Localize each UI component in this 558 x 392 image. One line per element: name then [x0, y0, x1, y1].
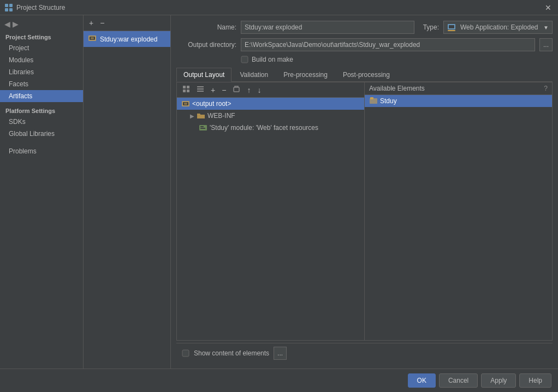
- type-value: Web Application: Exploded: [460, 23, 538, 31]
- tab-validation[interactable]: Validation: [233, 68, 275, 81]
- tab-bar: Output Layout Validation Pre-processing …: [176, 68, 553, 82]
- sidebar-item-modules[interactable]: Modules: [0, 54, 83, 66]
- type-dropdown-arrow-icon: ▼: [543, 25, 549, 31]
- tree-container: + − ↑ ↓: [176, 82, 553, 341]
- output-root-icon: [181, 99, 190, 108]
- nav-back-button[interactable]: ◀: [4, 20, 10, 28]
- add-artifact-button[interactable]: +: [87, 17, 96, 28]
- type-label: Type:: [423, 23, 439, 31]
- svg-rect-26: [370, 97, 373, 99]
- tree-item-web-inf[interactable]: ▶ WEB-INF: [177, 110, 364, 122]
- tree-right: Available Elements ? Stduy: [365, 82, 552, 340]
- svg-rect-12: [187, 86, 189, 88]
- sidebar-item-global-libraries[interactable]: Global Libraries: [0, 128, 83, 140]
- name-label: Name:: [176, 23, 236, 31]
- output-dir-input[interactable]: [241, 38, 535, 51]
- artifacts-pane: + − Stduy:war exploded: [84, 15, 171, 369]
- window-title: Project Structure: [16, 4, 65, 11]
- content-area: ◀ ▶ Project Settings Project Modules Lib…: [0, 15, 558, 369]
- tab-pre-processing[interactable]: Pre-processing: [276, 68, 335, 81]
- name-input[interactable]: [241, 21, 414, 34]
- svg-rect-27: [182, 350, 189, 357]
- svg-rect-3: [9, 8, 13, 11]
- sidebar: ◀ ▶ Project Settings Project Modules Lib…: [0, 15, 84, 369]
- svg-rect-2: [5, 8, 8, 11]
- tab-post-processing[interactable]: Post-processing: [336, 68, 397, 81]
- type-select-button[interactable]: Web Application: Exploded ▼: [443, 21, 553, 34]
- list-icon: [197, 85, 204, 93]
- available-elements-label: Available Elements: [369, 85, 425, 92]
- svg-rect-16: [197, 88, 204, 90]
- svg-rect-14: [187, 90, 189, 92]
- tree-item-stduy-module[interactable]: 'Stduy' module: 'Web' facet resources: [177, 122, 364, 134]
- output-root-label: <output root>: [192, 100, 231, 108]
- sidebar-item-libraries[interactable]: Libraries: [0, 66, 83, 78]
- help-button[interactable]: Help: [519, 373, 551, 388]
- web-inf-label: WEB-INF: [207, 112, 235, 120]
- sidebar-item-sdks[interactable]: SDKs: [0, 116, 83, 128]
- sidebar-nav-row: ◀ ▶: [0, 17, 83, 31]
- sidebar-item-project[interactable]: Project: [0, 42, 83, 54]
- artifact-name: Stduy:war exploded: [100, 35, 157, 43]
- project-structure-icon: [4, 3, 13, 12]
- show-content-options-button[interactable]: ...: [274, 347, 287, 360]
- grid-icon: [182, 85, 190, 93]
- svg-rect-1: [9, 4, 13, 7]
- tree-remove-button[interactable]: −: [219, 85, 228, 96]
- bottom-bar: Show content of elements ...: [176, 343, 553, 363]
- tree-item-output-root[interactable]: <output root>: [177, 98, 364, 110]
- show-content-checkbox-icon[interactable]: [182, 349, 189, 357]
- svg-rect-18: [234, 87, 239, 92]
- available-item-stduy[interactable]: Stduy: [365, 95, 552, 107]
- output-dir-label: Output directory:: [176, 41, 236, 49]
- artifacts-toolbar: + −: [84, 15, 170, 31]
- artifact-item[interactable]: Stduy:war exploded: [84, 31, 170, 47]
- svg-rect-11: [183, 86, 186, 88]
- svg-rect-17: [197, 91, 204, 92]
- module-resources-icon: [199, 123, 207, 132]
- tree-list-button[interactable]: [194, 84, 206, 96]
- sidebar-item-problems[interactable]: Problems: [0, 145, 83, 157]
- svg-rect-6: [91, 37, 94, 39]
- svg-rect-9: [448, 30, 455, 31]
- extract-icon: [233, 85, 240, 93]
- svg-rect-10: [241, 56, 248, 63]
- main-container: ◀ ▶ Project Settings Project Modules Lib…: [0, 15, 558, 392]
- project-settings-label: Project Settings: [0, 31, 83, 42]
- apply-button[interactable]: Apply: [481, 373, 516, 388]
- available-stduy-label: Stduy: [380, 97, 397, 105]
- help-icon[interactable]: ?: [544, 85, 548, 92]
- show-content-label: Show content of elements: [194, 349, 269, 357]
- nav-forward-button[interactable]: ▶: [13, 20, 19, 28]
- available-elements-header: Available Elements ?: [365, 82, 552, 95]
- tree-down-button[interactable]: ↓: [255, 85, 263, 96]
- platform-settings-label: Platform Settings: [0, 102, 83, 116]
- war-exploded-icon: [88, 34, 97, 44]
- module-icon: [369, 97, 378, 105]
- sidebar-item-facets[interactable]: Facets: [0, 78, 83, 90]
- web-app-icon: [447, 23, 456, 32]
- sidebar-item-artifacts[interactable]: Artifacts: [0, 90, 83, 102]
- detail-pane: Name: Type: Web Application: Exploded ▼: [171, 15, 558, 369]
- tree-extract-button[interactable]: [230, 84, 242, 96]
- cancel-button[interactable]: Cancel: [439, 373, 478, 388]
- footer: OK Cancel Apply Help: [0, 369, 558, 392]
- tab-output-layout[interactable]: Output Layout: [176, 68, 231, 82]
- svg-rect-8: [449, 25, 454, 28]
- tree-up-button[interactable]: ↑: [245, 85, 253, 96]
- tree-grid-button[interactable]: [180, 84, 192, 96]
- title-bar: Project Structure ✕: [0, 0, 558, 15]
- remove-artifact-button[interactable]: −: [98, 17, 106, 28]
- svg-rect-0: [5, 4, 8, 7]
- svg-rect-24: [200, 128, 205, 129]
- close-button[interactable]: ✕: [543, 2, 554, 13]
- tree-left: + − ↑ ↓: [177, 82, 365, 340]
- stduy-module-label: 'Stduy' module: 'Web' facet resources: [210, 124, 318, 132]
- svg-rect-23: [200, 126, 204, 127]
- ok-button[interactable]: OK: [408, 373, 436, 388]
- tree-toggle-icon[interactable]: ▶: [190, 113, 194, 119]
- folder-icon: [197, 111, 205, 120]
- svg-rect-21: [184, 103, 187, 105]
- output-dir-browse-button[interactable]: ...: [539, 38, 553, 51]
- tree-add-button[interactable]: +: [209, 85, 217, 96]
